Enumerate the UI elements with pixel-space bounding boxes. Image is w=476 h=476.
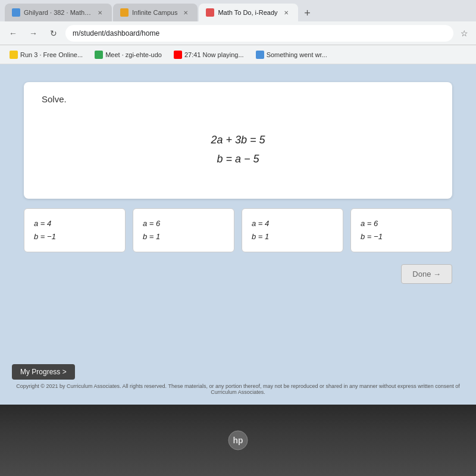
tab-infinite-label: Infinite Campus [132,9,177,16]
screen-area: Ghilyard · 382 · Math 1:49pm-3... ✕ Infi… [0,0,476,405]
answer-3-line2: b = 1 [252,232,269,241]
answer-2-line2: b = 1 [143,232,160,241]
answer-btn-1[interactable]: a = 4 b = −1 [24,208,126,252]
answer-2-line1: a = 6 [143,219,160,228]
bookmark-meet-label: Meet · zgi-ehte-udo [105,51,162,58]
answer-btn-3[interactable]: a = 4 b = 1 [242,208,343,252]
bookmark-nowplaying[interactable]: 27:41 Now playing... [169,49,249,61]
answer-4-line1: a = 6 [361,219,378,228]
answer-btn-4[interactable]: a = 6 b = −1 [350,208,452,252]
back-button[interactable]: ← [5,25,21,42]
refresh-button[interactable]: ↻ [45,25,62,42]
answer-4-line2: b = −1 [361,232,383,241]
equation-line1: 2a + 3b = 5 [211,130,265,149]
ghilyard-favicon [12,8,20,17]
content-area: Solve. 2a + 3b = 5 b = a − 5 a = 4 b = −… [0,64,476,405]
address-bar-row: ← → ↻ ☆ [0,21,476,45]
bookmark-nowplaying-label: 27:41 Now playing... [184,51,244,58]
bookmark-star[interactable]: ☆ [457,26,471,40]
tab-iready[interactable]: Math To Do, i-Ready ✕ [199,4,298,21]
answer-1-line1: a = 4 [34,219,51,228]
answer-choices: a = 4 b = −1 a = 6 b = 1 a = 4 b = 1 a =… [24,208,452,252]
bookmarks-bar: Run 3 · Free Online... Meet · zgi-ehte-u… [0,45,476,64]
tab-iready-close[interactable]: ✕ [281,8,291,17]
tab-bar: Ghilyard · 382 · Math 1:49pm-3... ✕ Infi… [0,0,476,21]
iready-favicon [206,8,214,17]
question-card: Solve. 2a + 3b = 5 b = a − 5 [24,82,452,199]
tab-infinite-close[interactable]: ✕ [181,8,190,17]
bookmark-run3-label: Run 3 · Free Online... [20,51,83,58]
tab-ghilyard-label: Ghilyard · 382 · Math 1:49pm-3... [24,9,92,16]
somethingwent-icon [256,51,264,59]
laptop-bottom: hp [0,405,476,476]
bookmark-somethingwent-label: Something went wr... [267,51,327,58]
my-progress-button[interactable]: My Progress > [12,364,75,380]
question-label: Solve. [42,94,434,104]
infinite-favicon [120,8,129,17]
equation-area: 2a + 3b = 5 b = a − 5 [42,118,434,181]
answer-btn-2[interactable]: a = 6 b = 1 [133,208,234,252]
bookmark-somethingwent[interactable]: Something went wr... [251,49,332,61]
forward-button[interactable]: → [25,25,42,42]
copyright-text: Copyright © 2021 by Curriculum Associate… [12,383,464,395]
answer-1-line2: b = −1 [34,232,56,241]
browser-window: Ghilyard · 382 · Math 1:49pm-3... ✕ Infi… [0,0,476,405]
nowplaying-icon [174,51,182,59]
tab-ghilyard[interactable]: Ghilyard · 382 · Math 1:49pm-3... ✕ [5,4,112,21]
tab-iready-label: Math To Do, i-Ready [218,9,277,16]
meet-icon [95,51,103,59]
bottom-bar: My Progress > Copyright © 2021 by Curric… [12,364,464,395]
equations: 2a + 3b = 5 b = a − 5 [211,130,265,169]
address-input[interactable] [65,25,453,42]
tab-infinite[interactable]: Infinite Campus ✕ [113,4,198,21]
svg-text:hp: hp [233,436,243,445]
bookmark-run3[interactable]: Run 3 · Free Online... [5,49,87,61]
run3-icon [10,51,18,59]
done-row: Done → [24,264,452,284]
tab-ghilyard-close[interactable]: ✕ [95,8,105,17]
equation-line2: b = a − 5 [211,149,265,168]
hp-logo: hp [226,428,250,452]
new-tab-button[interactable]: + [299,5,316,21]
done-button[interactable]: Done → [401,264,452,284]
bookmark-meet[interactable]: Meet · zgi-ehte-udo [90,49,167,61]
answer-3-line1: a = 4 [252,219,269,228]
